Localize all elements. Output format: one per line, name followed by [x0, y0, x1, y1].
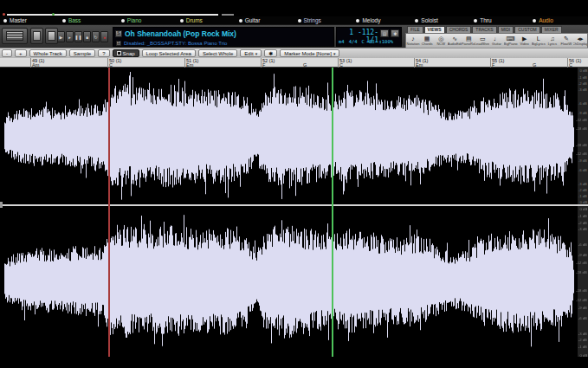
- status-token: ↕100%: [379, 39, 394, 44]
- settings-button[interactable]: ✱: [264, 49, 277, 57]
- ribbon-tab-mixer[interactable]: MIXER: [541, 26, 562, 33]
- zoom-in-button[interactable]: +: [15, 49, 27, 57]
- lock-button[interactable]: ▤: [380, 29, 389, 37]
- transport-controls: ▶▸❚❚■↻●: [57, 31, 108, 42]
- track-tab-strings[interactable]: Strings: [294, 17, 353, 24]
- video-button[interactable]: ▶Video: [518, 34, 532, 48]
- track-tab-bass[interactable]: Bass: [59, 17, 118, 24]
- ribbon-tab-views[interactable]: VIEWS: [424, 26, 445, 33]
- track-tab-label: Master: [10, 17, 27, 24]
- open-song-button[interactable]: [30, 28, 43, 44]
- bar-tick: [30, 58, 31, 68]
- pause-button[interactable]: ❚❚: [74, 31, 82, 42]
- db-label: -12 dB: [576, 152, 587, 155]
- db-label: -2 dB: [578, 221, 587, 224]
- ribbon-icon-label: Lyrics: [548, 42, 557, 46]
- dropdown-arrow-icon: ▾: [333, 51, 336, 56]
- window-edge-line: [7, 14, 218, 16]
- db-label: -9 dB: [578, 306, 587, 309]
- track-radio-icon: [121, 19, 125, 23]
- db-label: -3 dB: [578, 332, 587, 335]
- pianoroll-button[interactable]: ▤PianoRoll: [462, 34, 475, 48]
- db-label: -2 dB: [578, 188, 587, 191]
- ribbon-tab-file[interactable]: FILE: [407, 26, 423, 33]
- bar-tick: [567, 58, 568, 68]
- db-label: 0 dB: [579, 68, 587, 72]
- status-token: 4/4: [349, 39, 358, 44]
- track-tab-audio[interactable]: Audio: [529, 17, 588, 24]
- ribbon-tab-chords[interactable]: CHORDS: [446, 26, 472, 33]
- close-window-icon[interactable]: [3, 13, 5, 16]
- db-label: -6 dB: [578, 101, 587, 105]
- record-button[interactable]: ●: [100, 31, 108, 42]
- chords-button[interactable]: ▦Chords: [420, 34, 434, 48]
- marker-mode-button[interactable]: Marker Mode [None]▾: [280, 49, 339, 57]
- snap-checkbox-icon: [117, 51, 121, 55]
- track-tab-label: Strings: [304, 17, 321, 24]
- zoom-out-button[interactable]: -: [2, 49, 12, 57]
- band-in-a-box-window: MasterBassPianoDrumsGuitarStringsMelodyS…: [0, 0, 588, 368]
- ncw-button[interactable]: ◎NCW: [434, 34, 448, 48]
- db-label: -18 dB: [576, 289, 587, 293]
- track-tab-drums[interactable]: Drums: [177, 17, 236, 24]
- db-label: 0 dB: [579, 200, 587, 203]
- track-radio-icon: [298, 19, 301, 23]
- track-tab-guitar[interactable]: Guitar: [236, 17, 294, 24]
- bar-ruler[interactable]: 49 (1)Am50 (1)C51 (1)Em52 (1)F53 (1)C54 …: [0, 58, 588, 68]
- ribbon-icon-label: LeadSheet: [475, 42, 489, 46]
- stop-button[interactable]: ■: [83, 31, 91, 42]
- audioedit-button[interactable]: ∿AudioEdit: [448, 34, 462, 48]
- track-tab-thru[interactable]: Thru: [470, 17, 529, 24]
- track-tab-soloist[interactable]: Soloist: [411, 17, 470, 24]
- track-tab-label: Drums: [186, 17, 203, 24]
- select-whole-button[interactable]: Select Whole: [198, 49, 237, 57]
- db-label: 0 dB: [579, 207, 587, 210]
- play-button[interactable]: ▶: [57, 31, 65, 42]
- ribbon-tab-custom[interactable]: CUSTOM: [514, 26, 540, 33]
- track-tab-master[interactable]: Master: [0, 17, 59, 24]
- db-label: -6 dB: [578, 316, 587, 320]
- help-button[interactable]: ?: [98, 49, 109, 57]
- settings-gear-button[interactable]: ✱: [391, 29, 399, 37]
- lyrics-button[interactable]: ♫Lyrics: [546, 34, 559, 48]
- waveform-canvas[interactable]: [0, 68, 577, 357]
- db-label: -18 dB: [576, 270, 587, 274]
- guitar-button[interactable]: ♩Guitar: [489, 34, 503, 48]
- ribbon-tab-midi[interactable]: MIDI: [498, 26, 514, 33]
- notation-button[interactable]: ♪Notation: [406, 34, 420, 48]
- sample-button[interactable]: Sample: [69, 49, 95, 57]
- edit-menu-button[interactable]: Edit▾: [240, 49, 262, 57]
- db-label: -9 dB: [578, 254, 587, 257]
- track-tab-piano[interactable]: Piano: [118, 17, 177, 24]
- zoom-window-icon[interactable]: [52, 13, 55, 16]
- db-label: -1 dB: [578, 75, 587, 79]
- whole-track-button[interactable]: Whole Track: [29, 49, 67, 57]
- db-label: -18 dB: [576, 144, 587, 147]
- status-token: 88: [369, 39, 375, 44]
- song-title-panel[interactable]: S Oh Shenandoah (Pop Rock Mix) S Disable…: [113, 27, 334, 47]
- ribbon-tab-tracks[interactable]: TRACKS: [472, 26, 496, 33]
- style-icon: S: [116, 41, 121, 46]
- status-token: m4: [339, 39, 345, 44]
- biglyrics-button[interactable]: LBigLyrics: [532, 34, 546, 48]
- play-from-button[interactable]: ▸: [66, 31, 74, 42]
- chdisplay-button[interactable]: ◂▸ChDisplay: [573, 34, 587, 48]
- track-tab-melody[interactable]: Melody: [352, 17, 411, 24]
- loop-marker-line: [332, 68, 333, 357]
- loop-selected-area-button[interactable]: Loop Selected Area: [142, 49, 196, 57]
- db-label: -6 dB: [578, 242, 587, 246]
- bigpiano-button[interactable]: ⌨BigPiano: [504, 34, 518, 48]
- track-tab-label: Piano: [127, 17, 142, 24]
- mixer-grid-button[interactable]: [2, 28, 28, 44]
- ribbon-icon-label: BigPiano: [504, 42, 518, 46]
- track-radio-icon: [62, 19, 66, 23]
- snap-toggle[interactable]: Snap: [113, 49, 139, 57]
- floatw-button[interactable]: ✎FloatW: [559, 34, 573, 48]
- loop-button[interactable]: ↻: [92, 31, 100, 42]
- save-song-button[interactable]: [45, 28, 58, 44]
- playback-position-line: [108, 68, 110, 357]
- song-title: Oh Shenandoah (Pop Rock Mix): [125, 29, 236, 38]
- status-token: C: [362, 39, 365, 44]
- leadsheet-button[interactable]: ▭LeadSheet: [475, 34, 489, 48]
- ribbon-icon-label: Video: [520, 42, 529, 46]
